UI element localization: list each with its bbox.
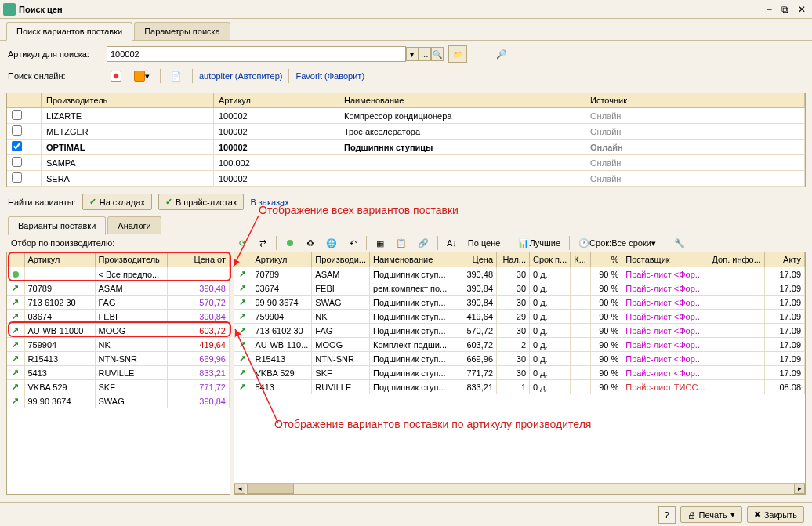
svg-line-1	[235, 329, 278, 423]
annotation-arrows	[0, 0, 812, 526]
svg-line-0	[234, 216, 259, 267]
